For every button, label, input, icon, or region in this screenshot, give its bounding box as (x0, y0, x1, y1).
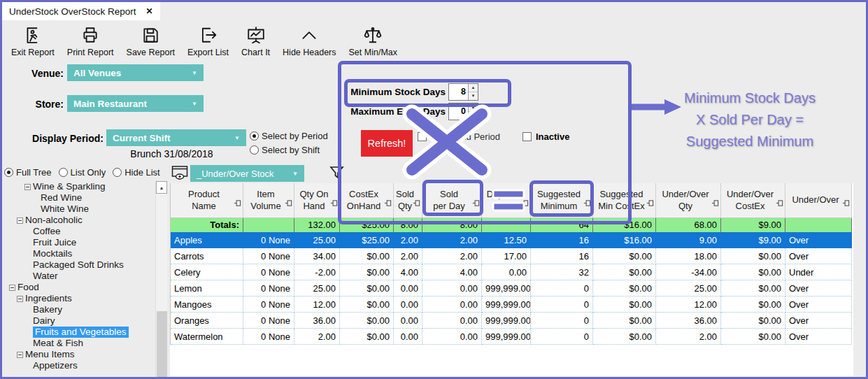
tree-item-non-alcoholic[interactable]: Non-alcoholic (3, 215, 155, 226)
tree-item-bakery[interactable]: Bakery (3, 304, 155, 315)
toolbar-button-save-report[interactable]: Save Report (120, 22, 181, 59)
full-tree-radio[interactable]: Full Tree (4, 167, 52, 178)
pin-icon[interactable] (776, 197, 783, 210)
hide-list-radio[interactable]: Hide List (113, 167, 160, 178)
collapse-icon[interactable] (9, 285, 15, 291)
scrollbar-thumb[interactable] (157, 311, 167, 377)
show-2nd-period-checkbox[interactable]: Show 2nd Period (418, 131, 500, 142)
collapse-icon[interactable] (17, 352, 23, 358)
toolbar-button-export-list[interactable]: Export List (181, 22, 235, 59)
report-tab-title: UnderStock OverStock Report (9, 6, 136, 17)
tree-item-appetizers[interactable]: Appetizers (3, 360, 155, 371)
pin-icon[interactable] (521, 197, 529, 210)
table-cell: 25.00 (294, 232, 340, 248)
tree-item-fruits-and-vegetables[interactable]: Fruits and Vegetables (3, 327, 155, 338)
pin-icon[interactable] (234, 197, 241, 210)
list-only-radio[interactable]: List Only (59, 167, 106, 178)
close-icon[interactable]: ✕ (146, 6, 153, 16)
select-by-shift-radio[interactable]: Select by Shift (250, 145, 320, 155)
column-header-qty-on-hand[interactable]: Qty On Hand (294, 183, 340, 218)
table-cell: -2.00 (294, 264, 340, 280)
table-cell: 0 None (243, 248, 294, 264)
column-header-under-over-costex[interactable]: Under/Over CostEx (721, 183, 785, 218)
tree-item-mocktails[interactable]: Mocktails (3, 248, 155, 259)
table-row-carrots[interactable]: Carrots0 None34.00$0.002.002.0017.0016$0… (171, 248, 852, 264)
toolbar-button-label: Export List (187, 48, 229, 57)
tree-item-wine-sparkling[interactable]: Wine & Sparkling (3, 181, 155, 192)
table-cell: $0.00 (340, 296, 394, 313)
tree-item-red-wine[interactable]: Red Wine (3, 192, 155, 203)
tree-item-water[interactable]: Water (3, 271, 155, 282)
pin-icon[interactable] (472, 197, 480, 210)
column-header-days-on-hand[interactable]: Days on Hand (482, 183, 531, 218)
panel-eye-icon[interactable] (171, 165, 189, 184)
collapse-icon[interactable] (17, 296, 23, 302)
column-header-sold-qty[interactable]: Sold Qty (394, 183, 422, 218)
toolbar-button-exit-report[interactable]: Exit Report (5, 22, 61, 59)
table-row-apples[interactable]: Apples0 None25.00$25.002.002.0012.5016$1… (171, 232, 852, 248)
filter-funnel-icon[interactable] (328, 164, 345, 184)
table-cell: 16 (531, 232, 593, 248)
tree-item-ingredients[interactable]: Ingredients (3, 293, 155, 304)
table-row-mangoes[interactable]: Mangoes0 None12.00$0.000.000.00999,999.0… (171, 296, 852, 313)
toolbar-button-set-min-max[interactable]: Set Min/Max (343, 22, 404, 59)
table-row-lemon[interactable]: Lemon0 None25.00$0.000.000.00999,999.000… (171, 280, 852, 296)
column-header-under-over[interactable]: Under/Over (785, 183, 852, 218)
column-header-suggested-minimum[interactable]: Suggested Minimum (531, 183, 593, 218)
tree-item-packaged-soft-drinks[interactable]: Packaged Soft Drinks (3, 259, 155, 271)
pin-icon[interactable] (384, 197, 392, 210)
table-row-celery[interactable]: Celery0 None-2.00$0.004.004.000.0032$0.0… (171, 264, 852, 280)
table-row-oranges[interactable]: Oranges0 None36.00$0.000.000.00999,999.0… (171, 313, 852, 329)
tree-item-label: Food (17, 282, 39, 293)
tree-item-food[interactable]: Food (3, 282, 155, 293)
pin-icon[interactable] (842, 197, 850, 210)
spinner-down-icon[interactable]: ▼ (469, 92, 478, 100)
report-tab[interactable]: UnderStock OverStock Report ✕ (2, 2, 160, 20)
pin-icon[interactable] (711, 197, 719, 210)
toolbar-button-label: Hide Headers (283, 48, 336, 57)
tree-item-fruit-juice[interactable]: Fruit Juice (3, 237, 155, 248)
toolbar-button-print-report[interactable]: Print Report (61, 22, 120, 59)
table-row-watermelon[interactable]: Watermelon0 None2.00$0.000.000.00999,999… (171, 329, 852, 345)
spinner-up-icon[interactable]: ▲ (469, 103, 478, 112)
collapse-icon[interactable] (24, 184, 31, 190)
toolbar-button-hide-headers[interactable]: Hide Headers (276, 22, 342, 59)
tree-item-menu-items[interactable]: Menu Items (3, 349, 155, 360)
pin-icon[interactable] (583, 197, 591, 210)
collapse-icon[interactable] (17, 217, 23, 224)
tree-item-meat-fish[interactable]: Meat & Fish (3, 338, 155, 349)
pin-icon[interactable] (285, 197, 292, 210)
venue-dropdown[interactable]: All Venues ▼ (67, 64, 204, 81)
column-header-costex-onhand[interactable]: CostEx OnHand (340, 183, 394, 218)
tree-item-white-wine[interactable]: White Wine (3, 203, 155, 215)
max-extra-days-stepper[interactable]: 0 ▲▼ (448, 103, 478, 120)
column-header-sold-per-day[interactable]: Sold per Day (422, 183, 482, 218)
inactive-checkbox[interactable]: Inactive (522, 131, 569, 142)
select-by-period-radio[interactable]: Select by Period (250, 131, 328, 141)
pin-icon[interactable] (646, 197, 654, 210)
spinner-down-icon[interactable]: ▼ (469, 112, 478, 120)
grid-view-dropdown[interactable]: _Under/Over Stock ▼ (190, 165, 304, 182)
toolbar-button-chart-it[interactable]: Chart It (235, 22, 276, 59)
store-dropdown[interactable]: Main Restaurant ▼ (67, 95, 204, 112)
min-stock-days-stepper[interactable]: 8 ▲▼ (448, 83, 478, 101)
tree-item-dairy[interactable]: Dairy (3, 315, 155, 327)
table-cell: 16 (531, 248, 593, 264)
table-cell: 0 None (243, 313, 294, 329)
tree-item-label: Menu Items (25, 349, 75, 360)
refresh-button[interactable]: Refresh! (361, 130, 413, 157)
table-cell: Apples (171, 232, 243, 248)
column-header-product-name[interactable]: Product Name (171, 183, 243, 218)
scroll-up-icon[interactable]: ▲ (156, 181, 167, 194)
column-header-suggested-min-costex[interactable]: Suggested Min CostEx (593, 183, 656, 218)
column-header-item-volume[interactable]: Item Volume (243, 183, 294, 218)
table-cell: 2.00 (422, 232, 482, 248)
tree-scrollbar[interactable]: ▲ (155, 181, 167, 377)
display-period-dropdown[interactable]: Current Shift ▼ (106, 129, 246, 146)
spinner-up-icon[interactable]: ▲ (469, 84, 478, 92)
pin-icon[interactable] (413, 197, 420, 210)
tree-item-coffee[interactable]: Coffee (3, 226, 155, 237)
tree-item-label: Ingredients (25, 293, 72, 304)
pin-icon[interactable] (330, 197, 338, 210)
column-header-under-over-qty[interactable]: Under/Over Qty (656, 183, 721, 218)
